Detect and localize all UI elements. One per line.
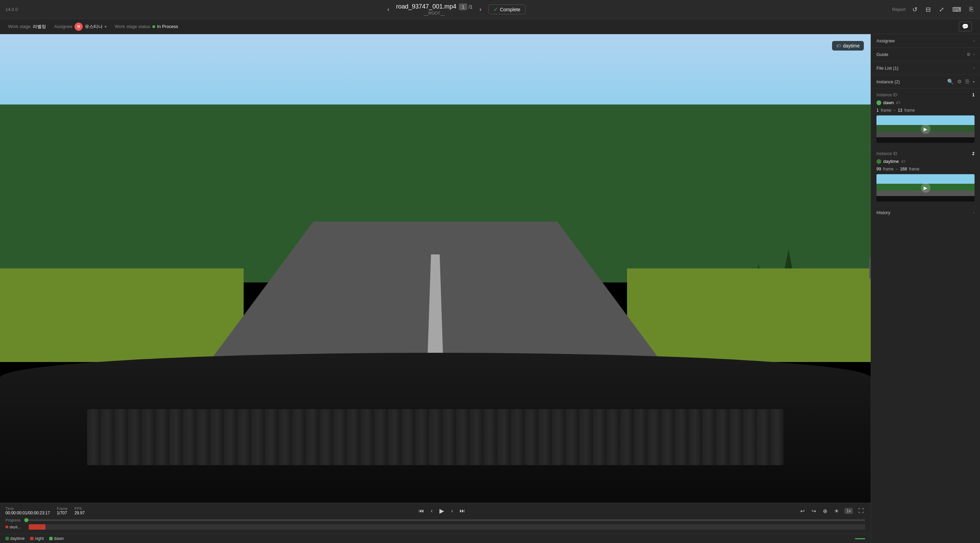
progress-track[interactable]: [25, 519, 865, 521]
thumb-play-1[interactable]: ▶: [921, 124, 931, 134]
history-header-right: ›: [974, 211, 975, 214]
header-center: ‹ road_93747_001.mp4 1 /1 __ROOT__ › ✓ C…: [384, 3, 525, 16]
frame-unit-end-1: frame: [905, 108, 915, 113]
video-container[interactable]: 🏷 daytime: [0, 34, 871, 503]
instance-header: Instance (2) 🔍 ⚙ ☰ ▾: [871, 75, 980, 89]
track-label: dayti...: [5, 525, 26, 529]
instance-frame-row-1: 1 frame ~ 13 frame: [877, 108, 975, 113]
assignee-dropdown-icon[interactable]: ▾: [105, 24, 107, 29]
thumb-sky-1: [877, 116, 975, 125]
skip-fwd-button[interactable]: ⏭: [458, 506, 466, 515]
keyboard-button[interactable]: ⌨: [951, 5, 963, 15]
version-label: 14.0.0: [5, 7, 18, 12]
save-button[interactable]: ⊟: [924, 5, 932, 15]
frame-sep-2: ~: [896, 167, 898, 171]
undo-button[interactable]: ↩: [799, 506, 806, 516]
top-bar-right: Report ↺ ⊟ ⤢ ⌨ ⎘: [892, 5, 975, 15]
assignee-section: Assignee ›: [871, 34, 980, 48]
history-label: History: [877, 210, 890, 215]
avatar: 유: [75, 22, 83, 31]
instance-actions: 🔍 ⚙ ☰ ▾: [947, 79, 975, 85]
check-icon: ✓: [493, 6, 498, 13]
instance-thumb-2[interactable]: ▶: [877, 174, 975, 202]
guide-section: Guide ⚙ ›: [871, 48, 980, 62]
instance-label: Instance (2): [877, 79, 900, 84]
file-list-header[interactable]: File List (1) ›: [871, 62, 980, 75]
thumb-sky-2: [877, 174, 975, 184]
work-stage-label: Work stage: [8, 24, 31, 29]
filter-icon[interactable]: ⚙: [967, 52, 971, 57]
legend-night: night: [30, 536, 44, 541]
legend-dot-night: [30, 537, 33, 540]
legend-bar: daytime night dawn: [0, 534, 871, 543]
assignee-header[interactable]: Assignee ›: [871, 34, 980, 48]
instance-filter-button[interactable]: ⚙: [957, 79, 961, 85]
progress-row: Progress: [5, 518, 865, 522]
assignee-name[interactable]: 유스티나: [85, 24, 102, 30]
tag-label: daytime: [843, 43, 860, 49]
zoom-button[interactable]: ⊕: [821, 506, 829, 516]
fps-label: FPS: [75, 506, 85, 511]
instance-id-row-1: Instance ID 1: [877, 92, 975, 97]
status-item: Work stage status In Process: [115, 24, 178, 29]
history-header[interactable]: History ›: [871, 206, 980, 219]
instance-tag-name-1: dawn: [883, 100, 894, 105]
next-button[interactable]: ›: [477, 5, 484, 14]
complete-button[interactable]: ✓ Complete: [488, 5, 525, 14]
guide-header[interactable]: Guide ⚙ ›: [871, 48, 980, 61]
instance-thumb-1[interactable]: ▶: [877, 116, 975, 143]
track-name: dayti...: [10, 525, 21, 529]
page-info: 1 /1: [459, 3, 472, 10]
status-dot-icon: [153, 25, 155, 28]
step-back-button[interactable]: ‹: [430, 506, 434, 515]
fps-value: 29.97: [75, 511, 85, 515]
prev-button[interactable]: ‹: [384, 5, 392, 14]
history-chevron: ›: [974, 211, 975, 214]
assignee-chevron: ›: [974, 39, 975, 43]
refresh-button[interactable]: ↺: [911, 5, 919, 15]
legend-daytime: daytime: [5, 536, 25, 541]
fullscreen-button[interactable]: ⛶: [857, 506, 865, 515]
track-segment-red: [29, 524, 45, 530]
legend-label-daytime: daytime: [10, 536, 25, 541]
frame-end-1: 13: [898, 108, 902, 113]
work-stage-item: Work stage 라벨링: [8, 24, 46, 30]
play-button[interactable]: ▶: [438, 506, 445, 516]
progress-label: Progress: [5, 518, 22, 522]
panel-resize-handle[interactable]: [869, 258, 871, 279]
instance-tag-name-2: daytime: [883, 159, 899, 164]
step-fwd-button[interactable]: ›: [450, 506, 454, 515]
instance-section: Instance (2) 🔍 ⚙ ☰ ▾ Instance ID 1 dawn …: [871, 75, 980, 206]
status-label: Work stage status: [115, 24, 150, 29]
instance-chevron: ▾: [973, 80, 975, 84]
frame-start-1: 1: [877, 108, 879, 113]
work-stage-value: 라벨링: [33, 24, 46, 30]
file-list-header-right: ›: [974, 66, 975, 70]
comment-button[interactable]: 💬: [959, 22, 972, 32]
instance-card-1: Instance ID 1 dawn 🏷 1 frame ~ 13 frame: [871, 89, 980, 147]
instance-color-dot-2: [877, 159, 881, 164]
thumb-play-2[interactable]: ▶: [921, 183, 931, 193]
right-controls: ↩ ↪ ⊕ ☀ 1x ⛶: [799, 506, 865, 516]
right-panel: Assignee › Guide ⚙ › File List (1) ›: [871, 34, 980, 543]
time-info: Time 00:00:00:01/00:00:23:17 Frame 1/707…: [5, 506, 85, 515]
frame-start-2: 99: [877, 167, 881, 171]
export-button[interactable]: ⎘: [968, 5, 975, 14]
redo-button[interactable]: ↪: [810, 506, 817, 516]
app-version: 14.0.0: [5, 7, 18, 12]
expand-button[interactable]: ⤢: [938, 5, 945, 15]
instance-settings-button[interactable]: ☰: [965, 79, 969, 85]
controls-top: Time 00:00:00:01/00:00:23:17 Frame 1/707…: [5, 506, 865, 516]
assignee-panel-label: Assignee: [877, 38, 894, 43]
playback-controls: ⏮ ‹ ▶ › ⏭: [417, 506, 467, 516]
progress-thumb[interactable]: [24, 518, 29, 522]
instance-search-button[interactable]: 🔍: [947, 79, 954, 85]
time-value: 00:00:00:01/00:00:23:17: [5, 511, 50, 515]
work-stage-bar: Work stage 라벨링 Assignee 유 유스티나 ▾ Work st…: [0, 19, 980, 34]
instance-tag-row-1: dawn 🏷: [877, 100, 975, 105]
brightness-button[interactable]: ☀: [833, 506, 840, 516]
legend-dot-daytime: [5, 537, 9, 540]
speed-badge[interactable]: 1x: [844, 508, 853, 514]
skip-back-button[interactable]: ⏮: [417, 506, 425, 515]
track-bar-container[interactable]: [29, 524, 865, 530]
